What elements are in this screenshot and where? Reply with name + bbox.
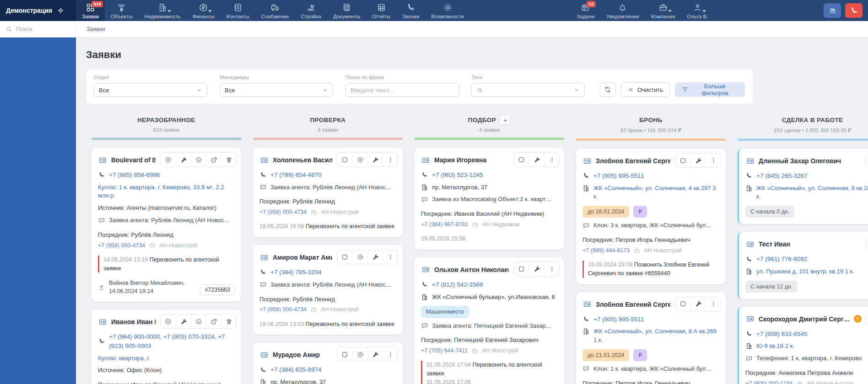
circle-x-button[interactable]: [352, 347, 367, 361]
checkbox-button[interactable]: [337, 250, 352, 264]
nav-item-kompaniya[interactable]: Компания: [645, 0, 681, 21]
nav-item-nedvizhimost[interactable]: Недвижимость: [139, 0, 187, 21]
smiley-button[interactable]: [191, 153, 206, 166]
phone-link[interactable]: +7 (812) 542-3569: [432, 280, 483, 289]
nav-item-obekty[interactable]: Объекты: [105, 0, 138, 21]
share-button[interactable]: [206, 153, 221, 166]
trash-button[interactable]: [221, 315, 236, 328]
phone-link[interactable]: +7 (964) 900-0000, +7 (905) 070-3324, +7…: [109, 332, 235, 350]
phone-link[interactable]: +7 (961) 776-6092: [756, 255, 807, 264]
wrench-button[interactable]: [367, 153, 383, 166]
request-card[interactable]: Холопеньев Василий …+7 (789) 654-4870Зая…: [253, 148, 403, 237]
global-search[interactable]: [0, 21, 76, 37]
circle-x-button[interactable]: [352, 153, 367, 166]
add-card-button[interactable]: +: [500, 115, 511, 125]
agent-phone-link[interactable]: +7 (958) 000-4734: [259, 208, 307, 216]
nav-item-stroyka[interactable]: Стройка: [295, 0, 327, 21]
wrench-button[interactable]: [529, 262, 544, 276]
request-link[interactable]: Куплю: 1 к. квартира, г. Кемерово, 33.9 …: [98, 183, 235, 201]
agent-phone-link[interactable]: +7 (900) 000-1234: [745, 379, 793, 384]
phone-link[interactable]: +7 (885) 858-6996: [109, 171, 160, 180]
request-card[interactable]: Тест Иван+7 (961) 776-6092ул. Пушкина д.…: [738, 232, 868, 299]
wrench-button[interactable]: [176, 315, 191, 328]
nav-item-zadachi[interactable]: 14Задачи: [571, 0, 600, 21]
trash-button[interactable]: [221, 153, 236, 166]
nav-item-uvedomleniya[interactable]: Уведомления: [600, 0, 645, 21]
request-card[interactable]: Мурадов Амир+7 (384) 635-8974пр. Металлу…: [253, 342, 403, 384]
address-text[interactable]: ЖК «Солнечный», ул. Солнечная, 8 А кв.26…: [593, 327, 719, 345]
phone-link[interactable]: +7 (845) 265-3287: [756, 171, 807, 181]
agent-phone-link[interactable]: +7 (958) 000-4734: [259, 305, 307, 314]
request-card[interactable]: Ольхов Антон Николаевич+7 (812) 542-3569…: [415, 257, 564, 384]
request-card[interactable]: Скороходов Дмитрий Серг…!+7 (858) 633-65…: [738, 307, 868, 384]
more-filters-button[interactable]: Больше фильтров: [675, 82, 745, 97]
request-card[interactable]: Иванов Иван Иван…+7 (964) 900-0000, +7 (…: [92, 309, 241, 384]
checkbox-button[interactable]: [675, 154, 690, 167]
checkbox-button[interactable]: [866, 237, 868, 251]
checkbox-button[interactable]: [337, 347, 352, 361]
circle-x-button[interactable]: [161, 315, 176, 328]
wrench-button[interactable]: [529, 153, 544, 166]
nav-item-vozmozhnosti[interactable]: Возможности: [425, 0, 469, 21]
phone-link[interactable]: +7 (384) 635-8974: [270, 365, 321, 374]
request-card[interactable]: Злобнов Евгений Сергеевич+7 (905) 995-55…: [576, 292, 726, 384]
phrase-input[interactable]: [350, 87, 454, 94]
kebab-button[interactable]: [706, 297, 721, 311]
nav-item-kontakty[interactable]: Контакты: [221, 0, 255, 21]
checkbox-button[interactable]: [675, 297, 690, 311]
wrench-button[interactable]: [176, 153, 191, 166]
wrench-button[interactable]: [367, 347, 383, 361]
agent-phone-link[interactable]: +7 (384) 987-8781: [421, 220, 468, 229]
checkbox-button[interactable]: [337, 153, 352, 166]
smiley-button[interactable]: [191, 315, 206, 328]
kebab-button[interactable]: [544, 153, 559, 166]
request-card[interactable]: Boulevard of Broken…+7 (885) 858-6996Куп…: [92, 148, 241, 302]
nav-item-dokumenty[interactable]: Документы: [327, 0, 366, 21]
request-card[interactable]: Мария Игоревна+7 (963) 523-1245пр. Метал…: [415, 148, 564, 250]
circle-x-button[interactable]: [161, 153, 176, 166]
agent-phone-link[interactable]: +7 (999) 444-8173: [582, 246, 630, 255]
request-card[interactable]: Длинный Захар Олегович+7 (845) 265-3287Ж…: [738, 149, 868, 224]
nav-item-zvonki[interactable]: Звонки: [396, 0, 425, 21]
department-select[interactable]: Все: [94, 83, 207, 97]
kebab-button[interactable]: [383, 153, 398, 166]
nav-item-finansy[interactable]: Финансы: [187, 0, 221, 21]
tags-select[interactable]: [471, 83, 585, 97]
nav-item-zayavki[interactable]: 619Заявки: [76, 0, 105, 21]
search-input[interactable]: [16, 26, 66, 32]
request-card[interactable]: Злобнов Евгений Сергеевич+7 (905) 995-55…: [576, 149, 726, 284]
wrench-button[interactable]: [690, 154, 706, 167]
address-text[interactable]: Ю-9 кв.18 2 к.: [756, 342, 794, 351]
managers-select[interactable]: Все: [220, 83, 333, 97]
workspace-switcher[interactable]: Демонстрация: [0, 0, 76, 21]
address-text[interactable]: ул. Пушкина д. 101 внутр. кв.19 1 к.: [756, 267, 854, 276]
checkbox-button[interactable]: [514, 262, 529, 276]
address-text[interactable]: ЖК «Солнечный», ул. Солнечная, 4 кв.297 …: [593, 184, 719, 202]
kebab-button[interactable]: [383, 347, 398, 361]
nav-item-profile[interactable]: Ольга В.: [681, 0, 714, 21]
agent-phone-link[interactable]: +7 (958) 000-4734: [98, 241, 145, 250]
phone-link[interactable]: +7 (963) 523-1245: [432, 171, 483, 180]
nav-item-otchety[interactable]: Отчёты: [366, 0, 396, 21]
phone-link[interactable]: +7 (789) 654-4870: [270, 171, 321, 180]
kebab-button[interactable]: [544, 262, 559, 276]
wrench-button[interactable]: [367, 250, 383, 264]
request-link[interactable]: Куплю: квартира, г.: [98, 354, 235, 363]
kebab-button[interactable]: [706, 154, 721, 167]
checkbox-button[interactable]: [866, 154, 868, 167]
nav-item-snabzhenie[interactable]: Снабжение: [255, 0, 295, 21]
kebab-button[interactable]: [383, 250, 398, 264]
phone-link[interactable]: +7 (858) 633-6545: [756, 330, 807, 339]
address-text[interactable]: ЖК «Солнечный», ул. Солнечная, 8 кв.283 …: [756, 184, 868, 202]
request-card[interactable]: Амиров Марат Аминов…+7 (384) 785-3204Зая…: [253, 245, 403, 335]
phone-link[interactable]: +7 (905) 995-5511: [593, 171, 644, 181]
clear-filters-button[interactable]: Очистить: [621, 82, 670, 97]
circle-x-button[interactable]: [352, 250, 367, 264]
refresh-button[interactable]: [600, 82, 616, 97]
phone-link[interactable]: +7 (905) 995-5511: [593, 315, 644, 324]
checkbox-button[interactable]: [514, 153, 529, 166]
phone-link[interactable]: +7 (384) 785-3204: [270, 268, 321, 277]
checkbox-button[interactable]: [866, 312, 868, 325]
call-button[interactable]: [845, 3, 863, 18]
team-button[interactable]: [824, 3, 841, 18]
